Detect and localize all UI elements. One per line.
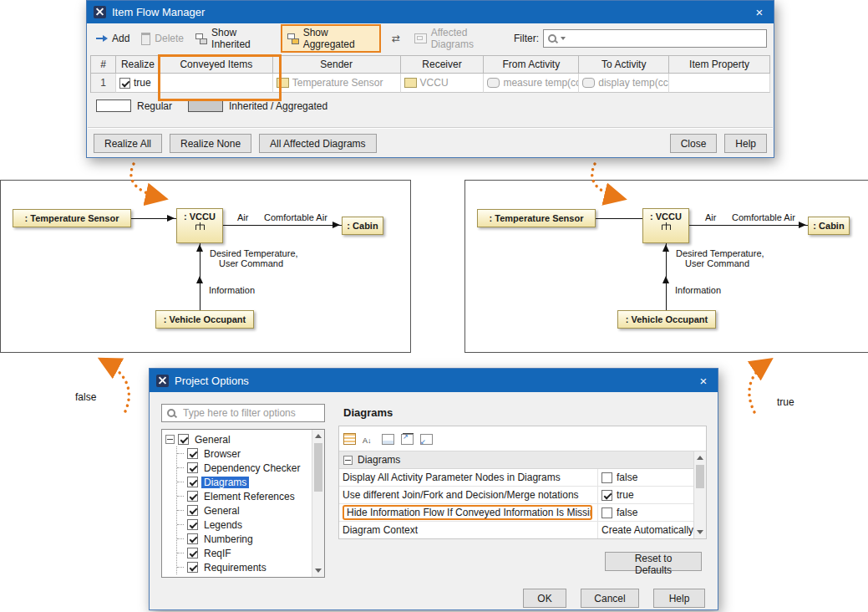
part-vccu[interactable]: : VCCU xyxy=(642,208,689,243)
col-header-to-activity[interactable]: To Activity xyxy=(579,56,669,74)
tree-item-element-references[interactable]: Element References xyxy=(177,489,324,503)
checkbox-unchecked-icon[interactable] xyxy=(602,472,612,483)
sender-cell[interactable]: Temperature Sensor xyxy=(273,74,401,93)
collapse-icon[interactable] xyxy=(343,456,353,465)
tree-item-browser[interactable]: Browser xyxy=(177,446,324,461)
filter-options-field[interactable] xyxy=(161,404,325,422)
checkbox-checked-icon[interactable] xyxy=(187,491,198,502)
col-header-num[interactable]: # xyxy=(91,56,116,74)
tree-item-numbering[interactable]: Numbering xyxy=(177,532,324,546)
show-aggregated-icon xyxy=(287,33,299,44)
item-property-cell[interactable] xyxy=(669,74,770,93)
add-button[interactable]: Add xyxy=(94,31,132,46)
checkbox-checked-icon[interactable] xyxy=(187,505,198,516)
scrollbar-thumb[interactable] xyxy=(696,465,704,488)
filter-field[interactable] xyxy=(543,29,767,48)
edit-conveyed-button[interactable] xyxy=(388,32,405,46)
scroll-up-icon[interactable] xyxy=(315,434,322,438)
checkbox-checked-icon[interactable] xyxy=(187,448,198,459)
col-header-item-property[interactable]: Item Property xyxy=(669,56,770,74)
show-aggregated-button[interactable]: Show Aggregated xyxy=(281,24,381,53)
checkbox-checked-icon[interactable] xyxy=(602,490,612,501)
categorized-view-icon[interactable] xyxy=(343,433,356,445)
scroll-up-icon[interactable] xyxy=(697,456,703,460)
part-vehicle-occupant[interactable]: : Vehicle Occupant xyxy=(155,310,254,329)
property-value[interactable]: Create Automatically xyxy=(598,522,693,538)
checkbox-checked-icon[interactable] xyxy=(187,477,198,487)
show-inherited-button[interactable]: Show Inherited xyxy=(193,25,274,52)
from-activity-cell[interactable]: measure temp(cc xyxy=(484,74,579,93)
checkbox-unchecked-icon[interactable] xyxy=(602,507,612,518)
affected-diagrams-button[interactable]: Affected Diagrams xyxy=(412,25,507,52)
close-icon[interactable]: × xyxy=(745,1,774,23)
property-value[interactable]: false xyxy=(598,469,693,486)
help-button[interactable]: Help xyxy=(653,589,705,608)
filter-options-input[interactable] xyxy=(181,406,320,420)
alphabetical-view-icon[interactable] xyxy=(363,434,375,444)
col-header-receiver[interactable]: Receiver xyxy=(401,56,485,74)
close-button[interactable]: Close xyxy=(670,134,718,153)
conveyed-items-cell[interactable] xyxy=(160,74,273,93)
collapse-all-icon[interactable] xyxy=(420,434,433,445)
col-header-from-activity[interactable]: From Activity xyxy=(484,56,579,74)
tree-scrollbar[interactable] xyxy=(312,430,324,577)
property-value[interactable]: true xyxy=(598,487,693,503)
part-vccu[interactable]: : VCCU xyxy=(176,208,223,243)
realize-none-button[interactable]: Realize None xyxy=(170,134,251,153)
part-cabin[interactable]: : Cabin xyxy=(342,217,383,235)
property-row[interactable]: Display All Activity Parameter Nodes in … xyxy=(339,469,706,487)
receiver-cell[interactable]: VCCU xyxy=(401,74,485,93)
collapse-icon[interactable] xyxy=(165,435,175,444)
tree-item-legends[interactable]: Legends xyxy=(177,518,324,532)
scroll-down-icon[interactable] xyxy=(315,569,322,573)
property-value[interactable]: false xyxy=(598,504,693,521)
show-description-icon[interactable] xyxy=(382,434,394,445)
legend-inherited-label: Inherited / Aggregated xyxy=(229,100,327,112)
tree-connector xyxy=(177,524,184,525)
col-header-realize[interactable]: Realize xyxy=(116,56,160,74)
scroll-down-icon[interactable] xyxy=(697,530,703,534)
checkbox-checked-icon[interactable] xyxy=(187,533,198,544)
filter-input[interactable] xyxy=(568,32,763,45)
close-icon[interactable]: × xyxy=(689,370,718,392)
checkbox-checked-icon[interactable] xyxy=(119,78,130,89)
cancel-button[interactable]: Cancel xyxy=(581,589,639,608)
chevron-down-icon[interactable] xyxy=(561,37,566,40)
checkbox-checked-icon[interactable] xyxy=(187,562,198,573)
property-group-row[interactable]: Diagrams xyxy=(339,451,706,469)
part-temperature-sensor[interactable]: : Temperature Sensor xyxy=(477,209,596,227)
tree-children: Browser Dependency Checker Diagrams Elem… xyxy=(176,446,324,574)
all-affected-diagrams-button[interactable]: All Affected Diagrams xyxy=(259,134,377,153)
tree-item-general[interactable]: General xyxy=(177,503,324,518)
realize-all-button[interactable]: Realize All xyxy=(94,134,162,153)
tree-item-requirements[interactable]: Requirements xyxy=(177,560,324,574)
reset-to-defaults-button[interactable]: Reset to Defaults xyxy=(605,552,702,571)
realize-cell[interactable]: true xyxy=(116,74,160,93)
checkbox-checked-icon[interactable] xyxy=(187,519,198,530)
grid-scrollbar[interactable] xyxy=(693,451,706,538)
expand-all-icon[interactable] xyxy=(401,434,414,445)
property-row-highlighted[interactable]: Hide Information Flow If Conveyed Inform… xyxy=(339,504,706,522)
checkbox-checked-icon[interactable] xyxy=(178,434,189,445)
part-temperature-sensor[interactable]: : Temperature Sensor xyxy=(13,209,131,227)
col-header-sender[interactable]: Sender xyxy=(273,56,401,74)
checkbox-checked-icon[interactable] xyxy=(187,548,198,558)
part-cabin[interactable]: : Cabin xyxy=(808,217,850,235)
table-row[interactable]: 1 true Temperature Sensor VCCU measure t… xyxy=(91,74,770,93)
tree-item-reqif[interactable]: ReqIF xyxy=(177,546,324,560)
part-vehicle-occupant[interactable]: : Vehicle Occupant xyxy=(617,310,716,329)
scrollbar-thumb[interactable] xyxy=(314,443,322,492)
activity-icon xyxy=(487,78,500,88)
ok-button[interactable]: OK xyxy=(523,589,566,608)
tree-item-diagrams[interactable]: Diagrams xyxy=(177,475,324,489)
help-button[interactable]: Help xyxy=(724,134,767,153)
checkbox-checked-icon[interactable] xyxy=(187,462,198,473)
property-row[interactable]: Use different Join/Fork and Decision/Mer… xyxy=(339,487,706,504)
to-activity-cell[interactable]: display temp(cc xyxy=(579,74,669,93)
delete-button[interactable]: Delete xyxy=(139,31,186,47)
properties-toolbar xyxy=(343,430,433,448)
col-header-conveyed-items[interactable]: Conveyed Items xyxy=(160,56,273,74)
property-row[interactable]: Diagram Context Create Automatically xyxy=(339,522,706,538)
tree-item-general-root[interactable]: General xyxy=(165,432,324,446)
tree-item-dependency-checker[interactable]: Dependency Checker xyxy=(177,461,324,475)
